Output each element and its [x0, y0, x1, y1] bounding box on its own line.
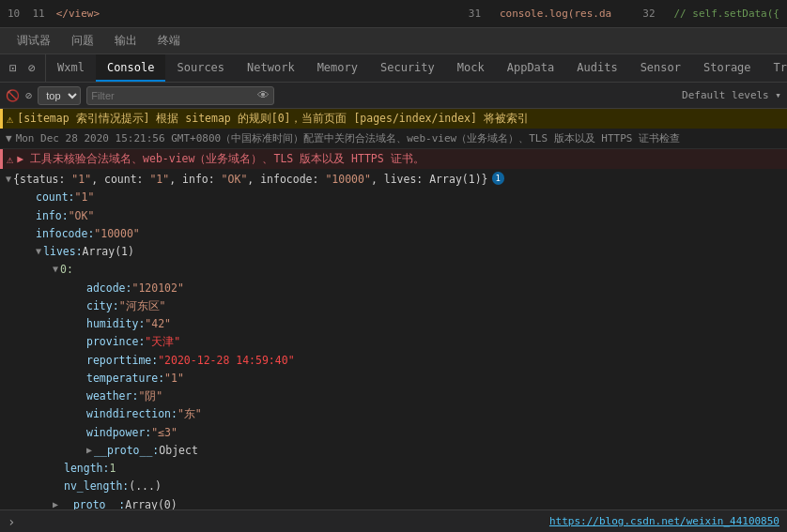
key-infocode: infocode: — [36, 226, 94, 242]
status-url[interactable]: https://blog.csdn.net/weixin_44100850 — [549, 515, 779, 527]
tab-audits[interactable]: Audits — [565, 54, 628, 82]
block-icon[interactable]: 🚫 — [6, 89, 20, 102]
val-count: "1" — [75, 190, 95, 205]
status-arrow[interactable]: › — [8, 514, 15, 529]
filter-input[interactable] — [91, 90, 257, 101]
filter-bar: 🚫 ⊘ top 👁 Default levels ▾ — [0, 83, 787, 109]
val-lives: Array(1) — [83, 244, 134, 260]
error-text-1: ▶ 工具未核验合法域名、web-view（业务域名）、TLS 版本以及 HTTP… — [17, 152, 424, 166]
lives-0-index: 0: — [60, 262, 73, 278]
devtools-tab-terminal[interactable]: 终端 — [148, 29, 190, 53]
field-info: info: "OK" — [0, 207, 787, 225]
field-infocode: infocode: "10000" — [0, 225, 787, 243]
warn-sitemap-text: [sitemap 索引情况提示] 根据 sitemap 的规则[0]，当前页面 … — [17, 112, 529, 126]
tab-memory[interactable]: Memory — [306, 54, 369, 82]
proto-inner[interactable]: ▶ __proto__: Object — [0, 442, 787, 460]
devtools-tab-output[interactable]: 输出 — [105, 29, 147, 53]
val-temperature: "1" — [164, 371, 184, 387]
key-count: count: — [36, 190, 75, 205]
val-nv-length: (...) — [129, 479, 162, 494]
field-city: city: "河东区" — [0, 297, 787, 315]
warn-sitemap: ⚠ [sitemap 索引情况提示] 根据 sitemap 的规则[0]，当前页… — [0, 109, 787, 129]
field-province: province: "天津" — [0, 333, 787, 351]
cursor-icon[interactable]: ⊡ — [6, 61, 21, 76]
key-temperature: temperature: — [86, 371, 164, 387]
code-area: 10 11 </view> 31 console.log(res.da 32 /… — [0, 0, 787, 28]
lives-arrow[interactable]: ▼ — [36, 244, 41, 258]
default-levels-label: Default levels ▾ — [682, 89, 781, 101]
line-32: 32 — [642, 8, 668, 20]
field-lives[interactable]: ▼ lives: Array(1) — [0, 243, 787, 261]
timestamp-arrow[interactable]: ▼ — [6, 132, 12, 144]
field-length: length: 1 — [0, 460, 787, 478]
key-lives: lives: — [43, 244, 83, 260]
nav-tabs: Wxml Console Sources Network Memory Secu… — [46, 54, 787, 82]
field-count: count: "1" — [0, 189, 787, 206]
val-proto-array: Array(0) — [125, 497, 177, 510]
key-proto-inner: __proto__: — [94, 443, 159, 459]
main-toolbar: ⊡ ⊘ Wxml Console Sources Network Memory … — [0, 54, 787, 83]
devtools-tab-issues[interactable]: 问题 — [62, 29, 103, 53]
val-weather: "阴" — [138, 388, 162, 404]
key-info: info: — [36, 208, 69, 224]
val-proto-inner: Object — [159, 443, 198, 459]
field-humidity: humidity: "42" — [0, 315, 787, 333]
obj-root-line[interactable]: ▼ {status: "1", count: "1", info: "OK", … — [0, 171, 787, 189]
val-length: 1 — [109, 461, 116, 477]
field-reporttime: reporttime: "2020-12-28 14:59:40" — [0, 352, 787, 370]
val-windpower: "≤3" — [151, 425, 177, 441]
val-info: "OK" — [69, 208, 95, 224]
eye-icon[interactable]: 👁 — [257, 88, 270, 102]
devtools-tab-debugger[interactable]: 调试器 — [8, 29, 60, 53]
proto-array[interactable]: ▶ __proto__: Array(0) — [0, 496, 787, 510]
lives-0-arrow[interactable]: ▼ — [53, 262, 58, 276]
devtools-tabbar: 调试器 问题 输出 终端 — [0, 28, 787, 54]
obj-root-arrow[interactable]: ▼ — [6, 172, 11, 186]
tab-network[interactable]: Network — [236, 54, 306, 82]
tab-storage[interactable]: Storage — [692, 54, 763, 82]
no-icon[interactable]: ⊘ — [24, 61, 39, 76]
timestamp-line: ▼ Mon Dec 28 2020 15:21:56 GMT+0800（中国标准… — [0, 129, 787, 149]
val-city: "河东区" — [119, 298, 166, 314]
val-infocode: "10000" — [94, 226, 139, 242]
key-adcode: adcode: — [86, 281, 131, 296]
field-windpower: windpower: "≤3" — [0, 424, 787, 442]
status-bar: › https://blog.csdn.net/weixin_44100850 — [0, 509, 787, 532]
key-weather: weather: — [86, 388, 138, 404]
obj-tree: ▼ {status: "1", count: "1", info: "OK", … — [0, 169, 787, 509]
field-nv-length[interactable]: nv_length: (...) — [0, 478, 787, 495]
lives-0[interactable]: ▼ 0: — [0, 261, 787, 279]
proto-array-arrow[interactable]: ▶ — [53, 497, 58, 510]
tab-appdata[interactable]: AppData — [496, 54, 566, 82]
key-province: province: — [86, 334, 145, 350]
obj-root-summary: {status: "1", count: "1", info: "OK", in… — [13, 172, 487, 188]
line-numbers: 10 11 — [8, 8, 45, 20]
val-adcode: "120102" — [131, 281, 183, 296]
tab-sources[interactable]: Sources — [165, 54, 236, 82]
tab-wxml[interactable]: Wxml — [46, 54, 96, 82]
key-length: length: — [64, 461, 109, 477]
field-winddirection: winddirection: "东" — [0, 405, 787, 423]
code-right-1: console.log(res.da — [500, 8, 611, 20]
tab-security[interactable]: Security — [369, 54, 446, 82]
val-humidity: "42" — [145, 316, 171, 332]
val-reporttime: "2020-12-28 14:59:40" — [158, 353, 294, 369]
code-right-2: // self.setData({ — [673, 8, 779, 20]
warn-icon-1: ⚠ — [7, 113, 13, 126]
key-humidity: humidity: — [86, 316, 145, 332]
code-snippet-left: </view> — [56, 8, 100, 20]
toolbar-left-icons: ⊡ ⊘ — [0, 54, 46, 82]
no-entry-icon[interactable]: ⊘ — [25, 89, 32, 102]
proto-inner-arrow[interactable]: ▶ — [86, 443, 92, 457]
code-snippet-right: 31 console.log(res.da 32 // self.setData… — [469, 8, 779, 20]
tab-console[interactable]: Console — [96, 54, 166, 82]
key-reporttime: reporttime: — [86, 353, 158, 369]
key-windpower: windpower: — [86, 425, 151, 441]
tab-mock[interactable]: Mock — [446, 54, 496, 82]
default-levels-dropdown[interactable]: Default levels ▾ — [682, 89, 781, 101]
tab-sensor[interactable]: Sensor — [629, 54, 692, 82]
tab-trace[interactable]: Trace — [763, 54, 787, 82]
error-line-1: ⚠ ▶ 工具未核验合法域名、web-view（业务域名）、TLS 版本以及 HT… — [0, 149, 787, 169]
context-select[interactable]: top — [38, 86, 81, 105]
error-icon-1: ⚠ — [7, 153, 13, 166]
